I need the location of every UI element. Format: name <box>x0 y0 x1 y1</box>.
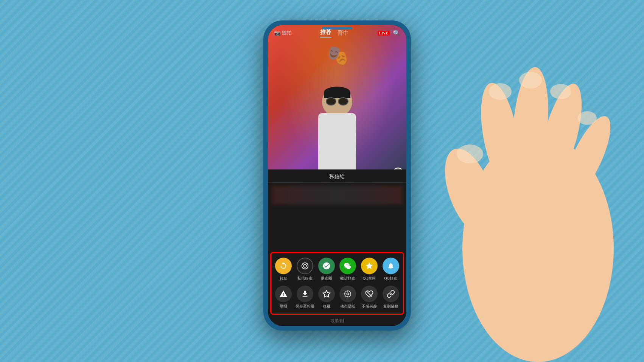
wallpaper-label: 动态壁纸 <box>340 304 355 309</box>
friend-circle-icon <box>318 258 335 274</box>
save-icon <box>297 286 313 302</box>
video-person <box>303 75 371 181</box>
action-not-interested[interactable]: 不感兴趣 <box>359 286 379 309</box>
recommend-tab[interactable]: 推荐 <box>320 29 331 37</box>
share-panel: 私信给 转发 <box>268 169 406 326</box>
svg-point-11 <box>302 263 308 269</box>
action-wallpaper[interactable]: 动态壁纸 <box>338 286 358 309</box>
dm-label: 私信好友 <box>297 276 313 281</box>
bottom-bar[interactable]: 取消/用 <box>268 318 406 324</box>
save-label: 保存至相册 <box>296 304 314 309</box>
repost-label: 转发 <box>280 276 287 281</box>
phone-device: 🎭 <box>263 20 411 331</box>
qq-zone-label: QQ空间 <box>363 276 376 281</box>
nav-right: LIVE 🔍 <box>378 30 400 37</box>
copy-link-label: 复制链接 <box>383 304 398 309</box>
qq-friend-icon <box>383 258 399 274</box>
video-area: 🎭 <box>268 25 406 182</box>
svg-point-7 <box>519 72 542 89</box>
action-row-share: 转发 私信好友 <box>271 255 403 283</box>
not-interested-label: 不感兴趣 <box>362 304 377 309</box>
blurred-content <box>272 186 403 205</box>
camera-icon: 📷 <box>274 30 280 36</box>
qq-zone-icon <box>361 258 378 274</box>
wechat-icon <box>339 258 356 274</box>
svg-point-12 <box>303 264 306 267</box>
collect-label: 收藏 <box>323 304 330 309</box>
action-copy-link[interactable]: 复制链接 <box>381 286 401 309</box>
action-row-utils: 举报 保存至相册 <box>271 283 403 311</box>
friend-circle-label: 朋友圈 <box>321 276 332 281</box>
person-glasses <box>324 97 350 106</box>
svg-point-10 <box>457 144 483 163</box>
wallpaper-icon <box>339 286 356 302</box>
dm-icon <box>297 258 313 274</box>
live-badge[interactable]: LIVE <box>378 31 390 36</box>
search-icon[interactable]: 🔍 <box>393 30 400 37</box>
glass-right <box>338 97 348 106</box>
app-screen: 🎭 <box>268 25 406 326</box>
action-qq-zone[interactable]: QQ空间 <box>359 258 379 281</box>
svg-point-14 <box>347 293 349 295</box>
action-wechat[interactable]: 微信好友 <box>338 258 358 281</box>
trending-tab[interactable]: 晋中 <box>338 30 349 37</box>
action-repost[interactable]: 转发 <box>274 258 293 281</box>
qq-friend-label: QQ好友 <box>384 276 397 281</box>
not-interested-icon <box>361 286 378 302</box>
action-friend-circle[interactable]: 朋友圈 <box>317 258 336 281</box>
svg-point-6 <box>489 83 512 100</box>
phone-screen: 🎭 <box>268 25 406 326</box>
glass-left <box>326 97 336 106</box>
person-body <box>318 113 356 170</box>
svg-point-9 <box>578 111 597 125</box>
action-grid: 转发 私信好友 <box>270 252 404 315</box>
action-report[interactable]: 举报 <box>274 286 293 309</box>
hand-illustration <box>394 22 621 362</box>
action-dm[interactable]: 私信好友 <box>295 258 315 281</box>
nav-left: 📷 随拍 <box>274 30 292 36</box>
collect-icon <box>318 286 335 302</box>
report-label: 举报 <box>280 304 287 309</box>
action-save[interactable]: 保存至相册 <box>295 286 315 309</box>
top-nav: 📷 随拍 推荐 晋中 LIVE 🔍 <box>268 25 406 40</box>
random-photo-label[interactable]: 随拍 <box>282 30 292 36</box>
report-icon <box>275 286 292 302</box>
wechat-label: 微信好友 <box>340 276 355 281</box>
action-collect[interactable]: 收藏 <box>317 286 336 309</box>
repost-icon <box>275 258 292 274</box>
action-qq-friend[interactable]: QQ好友 <box>381 258 401 281</box>
copy-link-icon <box>383 286 399 302</box>
nav-center: 推荐 晋中 <box>320 29 349 37</box>
svg-point-8 <box>550 84 571 99</box>
share-title: 私信给 <box>268 169 406 183</box>
